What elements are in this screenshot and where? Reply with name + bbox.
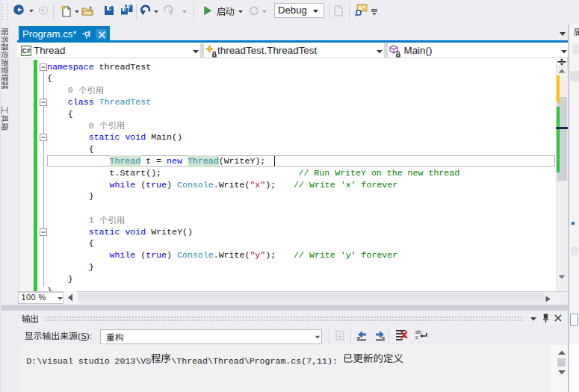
svg-text:ab: ab [415,329,421,335]
svg-text:c: c [415,335,418,340]
svg-text:C#: C# [22,47,30,55]
